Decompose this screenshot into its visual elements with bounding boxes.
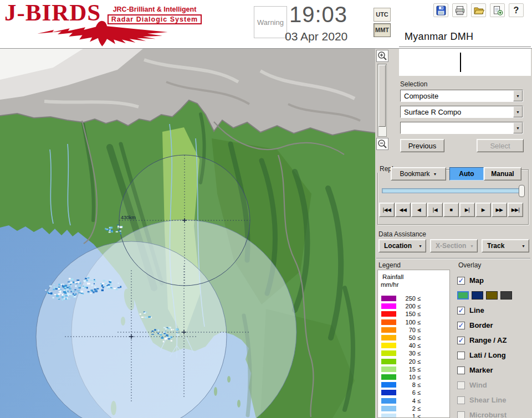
button-label: Location bbox=[384, 242, 412, 250]
data-assistance-track[interactable]: Track▼ bbox=[482, 239, 529, 252]
legend-row: 10 ≤ bbox=[378, 373, 449, 381]
help-button[interactable]: ? bbox=[509, 3, 524, 17]
legend-row: 100 ≤ bbox=[378, 318, 449, 326]
zoom-in-icon bbox=[377, 50, 388, 61]
bookmark-label: Bookmark bbox=[400, 170, 430, 178]
overlay-item-border[interactable]: ✓Border bbox=[456, 318, 531, 333]
transport-button-8[interactable]: ▶▶| bbox=[508, 203, 523, 217]
checkbox[interactable] bbox=[457, 352, 465, 359]
legend-color-swatch bbox=[381, 414, 396, 418]
overlay-item-label: Map bbox=[469, 276, 484, 285]
manual-mode-button[interactable]: Manual bbox=[484, 167, 521, 180]
legend-color-swatch bbox=[381, 327, 396, 333]
radar-map[interactable]: 430km bbox=[0, 49, 375, 418]
data-assistance-label: Data Assistance bbox=[378, 230, 426, 238]
logo-subtitle-line2: Radar Dialogic System bbox=[108, 14, 202, 24]
checkbox[interactable]: ✓ bbox=[457, 322, 465, 329]
button-label: Track bbox=[487, 242, 504, 250]
legend-value: 40 ≤ bbox=[396, 342, 421, 349]
bookmark-button[interactable]: Bookmark ▼ bbox=[391, 167, 446, 180]
legend-row: 1 ≤ bbox=[378, 412, 449, 418]
station-input-area[interactable] bbox=[399, 49, 531, 76]
legend-row: 20 ≤ bbox=[378, 358, 449, 365]
transport-button-6[interactable]: ▶ bbox=[475, 203, 491, 217]
map-style-swatch-3[interactable] bbox=[500, 291, 512, 300]
legend-row: 30 ≤ bbox=[378, 349, 449, 357]
legend-value: 15 ≤ bbox=[396, 366, 421, 373]
legend-label: Legend bbox=[378, 261, 401, 269]
overlay-item-marker[interactable]: Marker bbox=[456, 363, 531, 378]
logo: J-BIRDS JRC-Brilliant & Intelligent Rada… bbox=[3, 1, 208, 48]
chevron-down-icon: ▼ bbox=[470, 244, 474, 248]
zoom-in-button[interactable] bbox=[376, 50, 388, 62]
legend-color-swatch bbox=[381, 343, 396, 348]
range-ring-label: 430km bbox=[121, 215, 136, 220]
selection-label: Selection bbox=[400, 80, 427, 88]
map-style-swatch-1[interactable] bbox=[472, 291, 483, 300]
auto-mode-button[interactable]: Auto bbox=[449, 167, 484, 180]
timeline-slider-thumb[interactable] bbox=[519, 185, 525, 197]
checkbox[interactable]: ✓ bbox=[457, 277, 465, 285]
previous-button[interactable]: Previous bbox=[400, 139, 444, 152]
checkbox[interactable]: ✓ bbox=[457, 337, 465, 344]
overlay-item-label: Shear Line bbox=[469, 396, 506, 404]
transport-button-4[interactable]: ■ bbox=[443, 203, 459, 217]
overlay-item-line[interactable]: ✓Line bbox=[456, 303, 531, 318]
checkbox[interactable] bbox=[457, 367, 465, 374]
chevron-down-icon[interactable]: ▼ bbox=[513, 90, 523, 101]
transport-button-0[interactable]: |◀◀ bbox=[379, 203, 395, 217]
warning-button[interactable]: Warning bbox=[254, 6, 287, 38]
zoom-slider-track[interactable] bbox=[377, 64, 387, 137]
rainfall-legend: Rainfall mm/hr 250 ≤200 ≤150 ≤100 ≤70 ≤5… bbox=[377, 270, 450, 418]
overlay-item-lati-long[interactable]: Lati / Long bbox=[456, 348, 531, 363]
overlay-list: ✓Map✓Line✓Border✓Range / AZLati / LongMa… bbox=[456, 270, 531, 418]
legend-row: 15 ≤ bbox=[378, 365, 449, 373]
app-title: J-BIRDS bbox=[4, 1, 101, 24]
chevron-down-icon[interactable]: ▼ bbox=[513, 106, 523, 117]
data-assistance-location[interactable]: Location▼ bbox=[378, 239, 426, 252]
transport-button-3[interactable]: |◀ bbox=[427, 203, 443, 217]
chevron-down-icon: ▼ bbox=[521, 244, 525, 248]
export-button[interactable] bbox=[490, 3, 505, 17]
overlay-item-map[interactable]: ✓Map bbox=[456, 273, 531, 288]
logo-subtitle-line1: JRC-Brilliant & Intelligent bbox=[103, 6, 206, 13]
legend-color-swatch bbox=[381, 367, 396, 372]
legend-value: 70 ≤ bbox=[396, 327, 421, 333]
product-dropdown[interactable]: Surface R Compo ▼ bbox=[400, 106, 523, 118]
print-button[interactable] bbox=[452, 3, 467, 17]
chevron-down-icon: ▼ bbox=[433, 172, 437, 176]
zoom-out-button[interactable] bbox=[376, 138, 388, 150]
transport-button-7[interactable]: ▶▶ bbox=[492, 203, 507, 217]
utc-button[interactable]: UTC bbox=[374, 8, 391, 22]
product-type-dropdown[interactable]: Composite ▼ bbox=[400, 90, 523, 102]
legend-row: 250 ≤ bbox=[378, 295, 449, 302]
sub-product-dropdown[interactable]: ▼ bbox=[400, 122, 523, 134]
zoom-slider-thumb[interactable] bbox=[378, 65, 386, 127]
legend-value: 8 ≤ bbox=[396, 381, 421, 388]
open-folder-button[interactable] bbox=[471, 3, 486, 17]
map-style-swatch-2[interactable] bbox=[486, 291, 498, 300]
overlay-item-range-az[interactable]: ✓Range / AZ bbox=[456, 333, 531, 348]
transport-controls: |◀◀◀◀◀|◀■▶|▶▶▶▶▶| bbox=[379, 203, 523, 217]
legend-row: 50 ≤ bbox=[378, 334, 449, 342]
legend-row: 4 ≤ bbox=[378, 396, 449, 404]
transport-button-1[interactable]: ◀◀ bbox=[395, 203, 411, 217]
legend-value: 50 ≤ bbox=[396, 334, 421, 341]
save-button[interactable] bbox=[433, 3, 448, 17]
replay-timeline-slider[interactable] bbox=[382, 188, 524, 193]
checkbox bbox=[457, 396, 465, 404]
chevron-down-icon[interactable]: ▼ bbox=[513, 122, 523, 133]
transport-button-5[interactable]: ▶| bbox=[459, 203, 475, 217]
data-assistance-x-section[interactable]: X-Section▼ bbox=[430, 239, 478, 252]
map-style-swatch-0[interactable] bbox=[457, 291, 469, 300]
legend-color-swatch bbox=[381, 359, 396, 364]
overlay-item-label: Microburst bbox=[469, 411, 507, 418]
dropdown-value: Composite bbox=[404, 92, 438, 100]
select-button[interactable]: Select bbox=[477, 139, 524, 152]
text-cursor bbox=[460, 53, 461, 72]
checkbox[interactable]: ✓ bbox=[457, 307, 465, 314]
mmt-button[interactable]: MMT bbox=[374, 23, 391, 37]
control-panel: Selection Composite ▼ Surface R Compo ▼ … bbox=[375, 49, 532, 418]
transport-button-2[interactable]: ◀ bbox=[411, 203, 427, 217]
legend-color-swatch bbox=[381, 398, 396, 404]
